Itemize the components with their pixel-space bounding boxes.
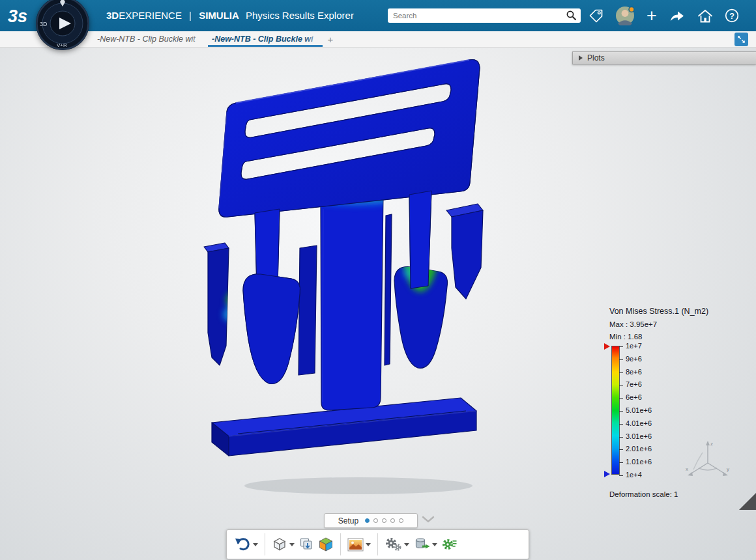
- legend-lower-marker[interactable]: [604, 471, 610, 477]
- legend-tick: 8e+6: [626, 368, 642, 376]
- dropdown-caret-icon: [253, 543, 258, 546]
- dropdown-caret-icon: [404, 543, 409, 546]
- collapse-expand-button[interactable]: [734, 33, 748, 46]
- title-separator: |: [189, 10, 192, 21]
- compass-3d-label: 3D: [40, 21, 48, 27]
- legend-tick: 1e+4: [626, 471, 642, 479]
- brand-3d: 3D: [106, 10, 119, 21]
- axis-triad[interactable]: z x y: [684, 438, 731, 480]
- legend-tick: 5.01e+6: [626, 406, 652, 414]
- export-view-button[interactable]: [297, 535, 316, 553]
- render-style-button[interactable]: [270, 535, 297, 553]
- compass-widget[interactable]: 3D V+R: [35, 0, 90, 51]
- action-toolbar: [226, 529, 529, 559]
- gears-icon: [385, 537, 402, 552]
- triad-z-label: z: [710, 441, 713, 447]
- app-window: 3s 3D V+R 3DEXPERIENCE | SIMULIA Physics…: [0, 0, 756, 560]
- page-dot-5[interactable]: [399, 518, 403, 523]
- database-export-icon: [413, 537, 430, 552]
- legend-upper-marker[interactable]: [604, 343, 610, 350]
- results-export-button[interactable]: [411, 535, 439, 553]
- legend-tick: 1.01e+6: [626, 458, 652, 466]
- legend-title: Von Mises Stress.1 (N_m2): [609, 307, 708, 316]
- toolbar-separator: [377, 533, 378, 555]
- toolbar-separator: [340, 533, 341, 555]
- export-sheets-icon: [298, 537, 314, 552]
- color-cube-icon: [318, 537, 334, 552]
- brand-experience: EXPERIENCE: [119, 10, 182, 21]
- expand-triangle-icon: [579, 55, 583, 61]
- corner-manipulator-grip[interactable]: [739, 493, 756, 510]
- page-dot-4[interactable]: [390, 518, 395, 523]
- dropdown-caret-icon: [432, 543, 437, 546]
- triad-x-label: x: [686, 466, 688, 472]
- toolbar-separator: [265, 533, 265, 555]
- wire-cube-icon: [272, 537, 287, 552]
- legend-tick: 9e+6: [626, 355, 642, 363]
- search-box: [388, 8, 581, 23]
- logo-text: 3s: [8, 7, 27, 26]
- tag-icon[interactable]: [589, 8, 603, 23]
- legend-tick: 3.01e+6: [626, 432, 652, 440]
- page-dot-2[interactable]: [373, 518, 378, 523]
- topbar: 3s 3D V+R 3DEXPERIENCE | SIMULIA Physics…: [0, 0, 756, 31]
- dassault-3ds-logo[interactable]: 3s: [7, 3, 38, 28]
- 3d-viewport[interactable]: Plots Von Mises Stress.1 (N_m2) Max : 3.…: [0, 48, 756, 560]
- simulation-settings-button[interactable]: [383, 535, 411, 553]
- iso-view-cube-button[interactable]: [316, 535, 336, 553]
- undo-button[interactable]: [232, 535, 260, 553]
- expand-arrows-icon: [736, 35, 746, 44]
- legend-tick: 7e+6: [626, 380, 642, 388]
- dropdown-caret-icon: [289, 543, 295, 546]
- tab-label: -New-NTB - Clip Buckle wi: [212, 35, 313, 44]
- legend-tick-labels: 1e+7 9e+6 8e+6 7e+6 6e+6 5.01e+6 4.01e+6…: [626, 346, 673, 475]
- image-icon: [347, 538, 364, 552]
- image-capture-button[interactable]: [345, 537, 373, 553]
- model-shadow: [244, 477, 472, 494]
- legend-min-value: Min : 1.68: [609, 333, 643, 341]
- page-dot-3[interactable]: [382, 518, 386, 523]
- help-glyph: ?: [729, 12, 734, 21]
- setup-label: Setup: [338, 516, 358, 525]
- setup-panel-header[interactable]: Setup: [324, 513, 418, 528]
- legend-color-bar[interactable]: [611, 346, 620, 475]
- legend-tick: 2.01e+6: [626, 445, 652, 453]
- tab-label: -New-NTB - Clip Buckle wit: [97, 35, 196, 44]
- help-icon[interactable]: ?: [725, 8, 739, 23]
- status-dot: [629, 7, 634, 12]
- triad-y-label: y: [727, 466, 729, 472]
- tab-bar: -New-NTB - Clip Buckle wit -New-NTB - Cl…: [0, 31, 756, 48]
- product-name: SIMULIA: [199, 10, 239, 21]
- app-name: Physics Results Explorer: [246, 10, 354, 21]
- search-input[interactable]: [388, 12, 565, 20]
- green-gear-list-icon: [441, 537, 458, 552]
- plots-panel-header[interactable]: Plots: [572, 51, 756, 64]
- search-icon[interactable]: [565, 10, 578, 21]
- legend-tick: 4.01e+6: [626, 419, 652, 427]
- topbar-actions: + ?: [589, 0, 739, 31]
- report-options-button[interactable]: [439, 535, 459, 553]
- user-avatar[interactable]: [615, 6, 635, 25]
- app-title: 3DEXPERIENCE | SIMULIA Physics Results E…: [106, 0, 354, 31]
- home-icon[interactable]: [697, 8, 713, 23]
- share-icon[interactable]: [669, 9, 686, 23]
- new-tab-button[interactable]: +: [323, 31, 338, 47]
- undo-icon: [234, 537, 251, 552]
- plots-panel-label: Plots: [587, 53, 605, 63]
- compass-vr-label: V+R: [57, 42, 67, 48]
- model-clip-buckle[interactable]: [192, 53, 492, 502]
- legend-tick: 6e+6: [626, 393, 642, 401]
- deformation-scale-label: Deformation scale: 1: [609, 490, 678, 498]
- legend-tick: 1e+7: [626, 342, 642, 350]
- page-dots: [365, 518, 403, 523]
- legend-max-value: Max : 3.95e+7: [609, 320, 657, 328]
- add-content-button[interactable]: +: [647, 7, 657, 24]
- tab-document-1[interactable]: -New-NTB - Clip Buckle wit: [93, 31, 208, 47]
- dropdown-caret-icon: [366, 543, 371, 546]
- page-dot-1[interactable]: [365, 518, 370, 523]
- tab-document-2-active[interactable]: -New-NTB - Clip Buckle wi: [208, 31, 323, 47]
- panel-chevron-icon[interactable]: [421, 514, 435, 525]
